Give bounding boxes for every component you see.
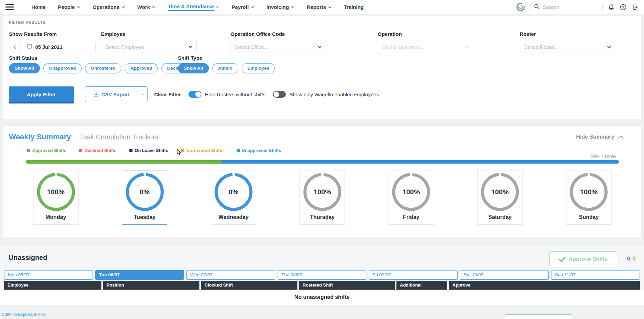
day-tab-sun-11-07[interactable]: Sun 11/07 xyxy=(551,270,640,280)
chevron-down-icon xyxy=(141,94,144,95)
day-card-wednesday[interactable]: 0%Wednesday xyxy=(211,170,256,225)
progress-ring: 0% xyxy=(126,173,164,211)
day-tab-thu-08-07[interactable]: Thu 08/07 xyxy=(278,270,366,280)
hide-rosters-toggle[interactable] xyxy=(188,91,201,98)
employee-select[interactable]: Select Employee xyxy=(101,41,197,53)
day-label: Sunday xyxy=(566,214,611,220)
type-pill-employee[interactable]: Employee xyxy=(242,63,275,73)
office-code-label: Operation Office Code xyxy=(230,31,285,37)
empty-message: No unassigned shifts xyxy=(0,290,644,305)
day-tab-fri-09-07[interactable]: Fri 09/07 xyxy=(369,270,458,280)
operation-select[interactable]: Select Operation... xyxy=(378,41,473,53)
shift-type-label: Shift Type xyxy=(178,55,202,61)
roster-select[interactable]: Select Roster... xyxy=(520,41,615,53)
progress-remaining-segment xyxy=(222,160,619,164)
unassigned-header: Unassigned Approve Shifts 00 xyxy=(0,246,644,270)
status-pill-show-all[interactable]: Show All xyxy=(9,63,40,73)
status-pill-unrostered[interactable]: Unrostered xyxy=(85,63,121,73)
csv-export-menu-caret[interactable] xyxy=(138,87,147,102)
day-percentage: 100% xyxy=(392,173,430,211)
day-card-thursday[interactable]: 100%Thursday xyxy=(299,170,345,225)
notifications-bell-icon[interactable] xyxy=(608,4,615,11)
day-tab-sat-10-07[interactable]: Sat 10/07 xyxy=(460,270,549,280)
column-header-approve: Approve xyxy=(449,281,640,290)
nav-item-label: Operations xyxy=(93,4,120,10)
nav-item-label: Reports xyxy=(307,4,326,10)
wageflo-toggle-row: Show only Wageflo enabled employees xyxy=(273,91,379,98)
chevron-down-icon xyxy=(328,6,332,8)
day-label: Friday xyxy=(389,214,434,220)
status-pill-approved[interactable]: Approved xyxy=(125,63,158,73)
roster-select-placeholder: Select Roster... xyxy=(524,44,559,50)
legend-label: Unrostered Shifts xyxy=(186,148,224,153)
nav-item-reports[interactable]: Reports xyxy=(307,0,332,14)
approve-shifts-button-cutoff[interactable] xyxy=(505,314,572,319)
nav-item-operations[interactable]: Operations xyxy=(93,0,125,14)
search-input[interactable] xyxy=(542,4,588,10)
nav-item-training[interactable]: Training xyxy=(344,0,364,14)
column-header-rostered-shift: Rostered Shift xyxy=(299,281,395,290)
day-tab-tue-06-07[interactable]: Tue 06/07 xyxy=(95,270,184,280)
nav-item-people[interactable]: People xyxy=(58,0,80,14)
apply-filter-button[interactable]: Apply Filter xyxy=(9,86,74,102)
nav-item-home[interactable]: Home xyxy=(31,0,46,14)
download-icon xyxy=(94,92,99,97)
filter-actions: Apply Filter CSV Export Clear Filter Hid… xyxy=(9,86,379,102)
column-header-employee: Employee xyxy=(4,281,101,290)
day-tab-bar: Mon 05/07Tue 06/07Wed 07/07Thu 08/07Fri … xyxy=(4,270,640,280)
nav-item-work[interactable]: Work xyxy=(137,0,155,14)
clear-filter-button[interactable]: Clear Filter xyxy=(154,92,181,97)
office-code-select[interactable]: Select Office... xyxy=(230,41,326,53)
legend-swatch xyxy=(237,149,240,152)
logout-icon[interactable] xyxy=(632,4,639,11)
hide-rosters-toggle-row: Hide Rosters without shifts xyxy=(188,91,266,98)
legend-swatch xyxy=(79,149,82,152)
type-pill-admin[interactable]: Admin xyxy=(212,63,238,73)
unassigned-title: Unassigned xyxy=(9,254,47,262)
progress-ring: 100% xyxy=(392,173,430,211)
nav-item-label: Payroll xyxy=(232,4,249,10)
legend-declined-shifts: Declined Shifts xyxy=(79,148,116,153)
nav-item-label: Invoicing xyxy=(266,4,289,10)
day-card-sunday[interactable]: 100%Sunday xyxy=(566,170,612,225)
date-picker[interactable]: 05 Jul 2021 xyxy=(22,41,96,53)
day-label: Wednesday xyxy=(211,214,256,220)
hide-rosters-toggle-label: Hide Rosters without shifts xyxy=(205,92,266,97)
nav-item-payroll[interactable]: Payroll xyxy=(232,0,254,14)
search-box[interactable] xyxy=(530,2,603,12)
nav-item-invoicing[interactable]: Invoicing xyxy=(266,0,294,14)
day-tab-wed-07-07[interactable]: Wed 07/07 xyxy=(186,270,275,280)
hamburger-menu-icon[interactable] xyxy=(5,4,14,10)
day-card-saturday[interactable]: 100%Saturday xyxy=(477,170,523,225)
brand-logo xyxy=(516,2,525,12)
hide-summary-button[interactable]: Hide Summary xyxy=(576,134,624,140)
day-card-monday[interactable]: 100%Monday xyxy=(33,170,79,225)
employee-select-placeholder: Select Employee xyxy=(106,44,144,50)
help-icon[interactable]: ? xyxy=(620,4,627,11)
date-value: 05 Jul 2021 xyxy=(35,44,62,50)
roster-group-link[interactable]: Caffeine Express Milton xyxy=(2,312,45,317)
csv-export-button[interactable]: CSV Export xyxy=(85,86,148,102)
day-card-friday[interactable]: 100%Friday xyxy=(389,170,434,225)
day-percentage: 100% xyxy=(37,173,75,211)
day-card-tuesday[interactable]: 0%Tuesday xyxy=(122,170,167,225)
svg-text:?: ? xyxy=(622,5,624,9)
chevron-down-icon xyxy=(152,6,155,8)
progress-ring: 100% xyxy=(303,173,341,211)
day-label: Saturday xyxy=(478,214,522,220)
weekly-progress-bar xyxy=(26,160,619,164)
approve-shifts-button[interactable]: Approve Shifts xyxy=(549,251,617,267)
chevron-down-icon xyxy=(216,6,219,8)
type-pill-show-all[interactable]: Show All xyxy=(178,63,209,73)
main-menu: HomePeopleOperationsWorkTime & Attendanc… xyxy=(31,0,364,14)
nav-item-time-attendance[interactable]: Time & Attendance xyxy=(168,0,219,14)
day-tab-mon-05-07[interactable]: Mon 05/07 xyxy=(4,270,93,280)
legend-on-leave-shifts: On Leave Shifts xyxy=(129,148,168,153)
day-percentage: 100% xyxy=(303,173,341,211)
chevron-down-icon xyxy=(77,6,80,8)
wageflo-toggle[interactable] xyxy=(273,91,286,98)
previous-day-button[interactable] xyxy=(9,41,21,53)
status-pill-unapproved[interactable]: Unapproved xyxy=(43,63,82,73)
day-percentage: 0% xyxy=(214,173,253,211)
summary-legend: Approved ShiftsDeclined ShiftsOn Leave S… xyxy=(27,148,281,153)
